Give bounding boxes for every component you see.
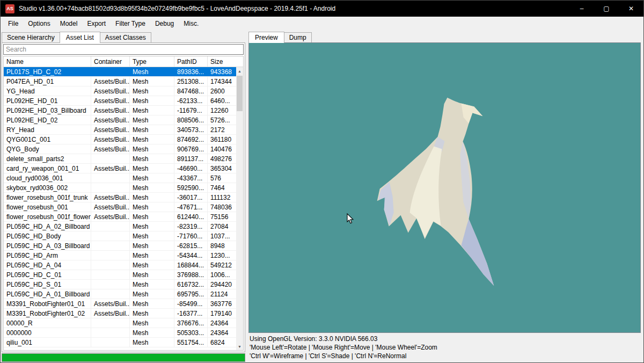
cell-container — [91, 222, 130, 231]
cell-type: Mesh — [130, 86, 174, 96]
table-row[interactable]: M3391_RobotFighter01_02 Assets/Buil... M… — [4, 309, 236, 318]
preview-viewport[interactable] — [248, 42, 641, 333]
table-row[interactable]: P047EA_HD_01 Assets/Buil... Mesh 251308.… — [4, 77, 236, 86]
table-row[interactable]: skybox_ryd0036_002 Mesh 592590... 7464 — [4, 183, 236, 193]
menu-misc[interactable]: Misc. — [179, 18, 203, 30]
table-row[interactable]: flower_rosebush_001 Assets/Buil... Mesh … — [4, 202, 236, 212]
cell-size: 174344 — [208, 77, 236, 86]
table-row[interactable]: PL059C_HD_Arm Mesh -54344... 1230... — [4, 251, 236, 260]
table-row[interactable]: 00000_R Mesh 376676... 24364 — [4, 318, 236, 328]
cell-name: 00000_R — [4, 318, 91, 328]
scrollbar-track[interactable] — [236, 75, 243, 343]
cell-container — [91, 251, 130, 260]
table-row[interactable]: PL059C_HD_C_01 Mesh 376988... 1006... — [4, 270, 236, 280]
cell-type: Mesh — [130, 241, 174, 250]
table-row[interactable]: 0000000 Mesh 505303... 24364 — [4, 328, 236, 338]
cell-container — [91, 241, 130, 250]
app-icon[interactable]: AS — [5, 4, 14, 13]
cell-type: Mesh — [130, 144, 174, 154]
scroll-down-icon[interactable]: ▼ — [236, 343, 243, 350]
search-input[interactable] — [3, 44, 244, 55]
cell-type: Mesh — [130, 338, 174, 347]
menu-file[interactable]: File — [3, 18, 23, 30]
cell-size: 8948 — [208, 241, 236, 250]
cell-pathid: -71760... — [174, 231, 208, 241]
table-row[interactable]: RY_Head Assets/Buil... Mesh 340573... 21… — [4, 125, 236, 135]
table-row[interactable]: YG_Head Assets/Buil... Mesh 847468... 26… — [4, 86, 236, 96]
cell-name: PL017S_HD_C_02 — [4, 67, 91, 76]
cell-type: Mesh — [130, 299, 174, 308]
table-row[interactable]: PL059C_HD_A_02_Billboard Mesh -82319... … — [4, 222, 236, 231]
tab-scene-hierarchy[interactable]: Scene Hierarchy — [2, 32, 60, 42]
cell-container — [91, 280, 130, 289]
table-row[interactable]: PL092HE_HD_03_Billboard Assets/Buil... M… — [4, 106, 236, 115]
cell-type: Mesh — [130, 154, 174, 163]
scroll-up-icon[interactable]: ▲ — [236, 67, 243, 75]
table-row[interactable]: M3391_RobotFighter01_01 Assets/Buil... M… — [4, 299, 236, 309]
tab-preview[interactable]: Preview — [248, 32, 284, 43]
cell-container: Assets/Buil... — [91, 125, 130, 134]
table-row[interactable]: flower_rosebush_001f_trunk Assets/Buil..… — [4, 193, 236, 202]
column-header-container[interactable]: Container — [91, 56, 130, 67]
minimize-button[interactable]: – — [569, 1, 594, 17]
vertical-scrollbar[interactable]: ▲ ▼ — [236, 67, 243, 350]
table-row[interactable]: PL092HE_HD_02 Assets/Buil... Mesh 808506… — [4, 115, 236, 125]
close-button[interactable]: ✕ — [619, 1, 643, 17]
menu-model[interactable]: Model — [55, 18, 83, 30]
table-body: PL017S_HD_C_02 Mesh 893836... 943368 P04… — [4, 67, 236, 347]
column-header-name[interactable]: Name — [4, 56, 91, 67]
column-header-type[interactable]: Type — [130, 56, 174, 67]
cell-name: PL059C_HD_S_01 — [4, 280, 91, 289]
table-row[interactable]: qiliu_001 Mesh 551754... 6824 — [4, 338, 236, 347]
cell-container: Assets/Buil... — [91, 164, 130, 173]
cell-pathid: 893836... — [174, 67, 208, 76]
table-row[interactable]: PL059C_HD_A_04 Mesh 168844... 549212 — [4, 260, 236, 270]
menu-filter-type[interactable]: Filter Type — [111, 18, 150, 30]
cell-name: M3391_RobotFighter01_01 — [4, 299, 91, 308]
cell-pathid: 592590... — [174, 183, 208, 192]
cell-type: Mesh — [130, 202, 174, 212]
table-row[interactable]: PL017S_HD_C_02 Mesh 893836... 943368 — [4, 67, 236, 77]
column-header-pathid[interactable]: PathID — [174, 56, 208, 67]
cell-name: PL059C_HD_A_04 — [4, 260, 91, 270]
cell-type: Mesh — [130, 96, 174, 105]
table-row[interactable]: PL059C_HD_Body Mesh -71760... 1037... — [4, 231, 236, 241]
scrollbar-thumb[interactable] — [237, 76, 243, 111]
table-row[interactable]: flower_rosebush_001f_flower Assets/Buil.… — [4, 212, 236, 222]
cell-container — [91, 67, 130, 76]
menu-options[interactable]: Options — [23, 18, 55, 30]
table-row[interactable]: PL059C_HD_A_01_Billboard Mesh 695795... … — [4, 289, 236, 299]
cell-type: Mesh — [130, 106, 174, 115]
table-row[interactable]: card_ry_weapon_001_01 Assets/Buil... Mes… — [4, 164, 236, 173]
cell-type: Mesh — [130, 193, 174, 202]
cell-pathid: -85499... — [174, 299, 208, 308]
tab-dump[interactable]: Dump — [284, 32, 312, 42]
cell-size: 140476 — [208, 144, 236, 154]
cell-size: 179140 — [208, 309, 236, 318]
cell-pathid: -82319... — [174, 222, 208, 231]
cell-container — [91, 154, 130, 163]
tab-asset-list[interactable]: Asset List — [60, 32, 100, 43]
cell-type: Mesh — [130, 280, 174, 289]
maximize-button[interactable]: ▢ — [594, 1, 619, 17]
column-header-size[interactable]: Size — [208, 56, 243, 67]
menu-debug[interactable]: Debug — [150, 18, 179, 30]
table-row[interactable]: PL092HE_HD_01 Assets/Buil... Mesh -62133… — [4, 96, 236, 106]
table-row[interactable]: PL059C_HD_A_03_Billboard Mesh -62815... … — [4, 241, 236, 251]
cell-size: 6460... — [208, 96, 236, 105]
table-row[interactable]: cloud_ryd0036_001 Mesh -43367... 576 — [4, 173, 236, 183]
table-row[interactable]: QYG_Body Assets/Buil... Mesh 906769... 1… — [4, 144, 236, 154]
table-row[interactable]: delete_small_parts2 Mesh 891137... 49827… — [4, 154, 236, 164]
table-row[interactable]: QYG001C_001 Assets/Buil... Mesh 874692..… — [4, 135, 236, 144]
cell-pathid: -11679... — [174, 106, 208, 115]
cell-pathid: 168844... — [174, 260, 208, 270]
cell-container: Assets/Buil... — [91, 144, 130, 154]
cell-name: YG_Head — [4, 86, 91, 96]
cell-name: PL059C_HD_C_01 — [4, 270, 91, 279]
cell-name: card_ry_weapon_001_01 — [4, 164, 91, 173]
right-panel: Preview Dump — [246, 31, 643, 362]
tab-asset-classes[interactable]: Asset Classes — [100, 32, 151, 42]
table-row[interactable]: PL059C_HD_S_01 Mesh 616732... 294420 — [4, 280, 236, 289]
cell-pathid: 874692... — [174, 135, 208, 144]
menu-export[interactable]: Export — [82, 18, 111, 30]
